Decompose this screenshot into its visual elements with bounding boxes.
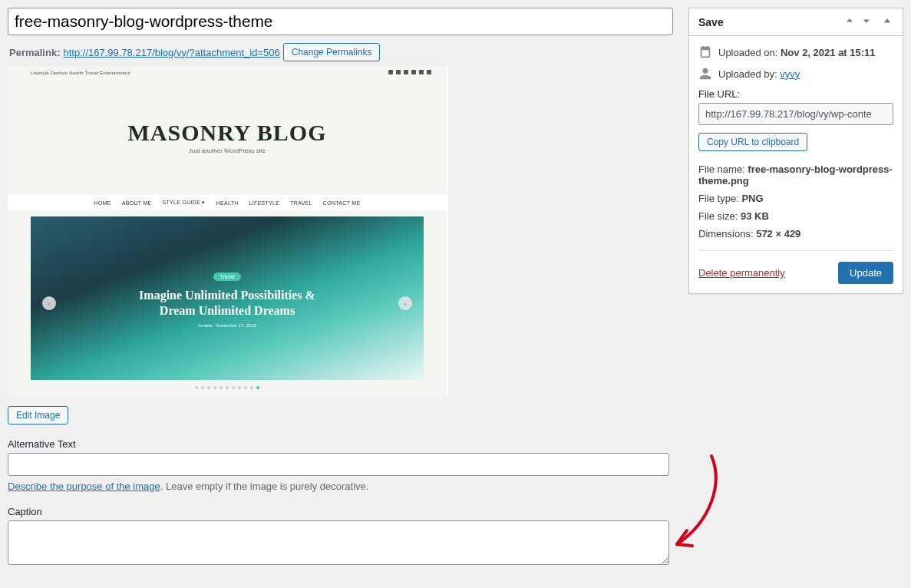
- permalink-row: Permalink: http://167.99.78.217/blog/vy/…: [9, 43, 673, 61]
- alt-text-input[interactable]: [8, 453, 669, 476]
- attachment-preview: Lifestyle Fashion Health Travel Entertai…: [8, 66, 448, 395]
- file-url-input[interactable]: [698, 103, 893, 125]
- preview-tags: Lifestyle Fashion Health Travel Entertai…: [31, 71, 130, 75]
- uploaded-on-text: Uploaded on: Nov 2, 2021 at 15:11: [718, 47, 876, 58]
- file-type-row: File type: PNG: [698, 193, 893, 204]
- file-size-row: File size: 93 KB: [698, 210, 893, 222]
- file-url-label: File URL:: [698, 88, 893, 100]
- preview-hero: Travel Imagine Unlimited Possibilities &…: [31, 216, 424, 380]
- preview-prev-icon: ‹: [42, 296, 56, 310]
- file-name-row: File name: free-masonry-blog-wordpress-t…: [698, 164, 893, 187]
- preview-social-icons: [388, 70, 431, 74]
- delete-permanently-link[interactable]: Delete permanently: [698, 267, 785, 279]
- caption-input[interactable]: [8, 520, 669, 565]
- alt-text-helper: Describe the purpose of the image. Leave…: [8, 481, 673, 492]
- uploader-link[interactable]: vyvy: [780, 68, 800, 80]
- uploaded-by-text: Uploaded by: vyvy: [718, 68, 800, 80]
- preview-site-title: MASONRY BLOG: [8, 120, 447, 146]
- preview-dots: [8, 386, 447, 389]
- edit-image-button[interactable]: Edit Image: [8, 406, 68, 424]
- save-postbox-title: Save: [698, 16, 724, 28]
- user-icon: [698, 67, 712, 81]
- describe-image-link[interactable]: Describe the purpose of the image: [8, 481, 160, 492]
- toggle-panel-button[interactable]: [881, 15, 893, 29]
- move-down-button[interactable]: [860, 14, 873, 30]
- calendar-icon: [698, 45, 712, 59]
- dimensions-row: Dimensions: 572 × 429: [698, 228, 893, 239]
- preview-next-icon: ›: [398, 296, 412, 310]
- copy-url-button[interactable]: Copy URL to clipboard: [698, 133, 807, 151]
- permalink-link[interactable]: http://167.99.78.217/blog/vy/?attachment…: [63, 47, 279, 58]
- caption-label: Caption: [8, 506, 673, 517]
- permalink-label: Permalink:: [9, 47, 60, 58]
- save-postbox: Save Uploaded on: Nov 2, 2021 at 15:11 U…: [688, 8, 903, 294]
- update-button[interactable]: Update: [838, 262, 893, 284]
- move-up-button[interactable]: [843, 14, 857, 30]
- change-permalinks-button[interactable]: Change Permalinks: [283, 43, 381, 61]
- alt-text-label: Alternative Text: [8, 438, 673, 450]
- title-input[interactable]: [8, 8, 673, 35]
- preview-site-tagline: Just another WordPress site: [8, 147, 447, 154]
- preview-navbar: HOME ABOUT ME STYLE GUIDE ▾ HEALTH LIFES…: [8, 195, 447, 210]
